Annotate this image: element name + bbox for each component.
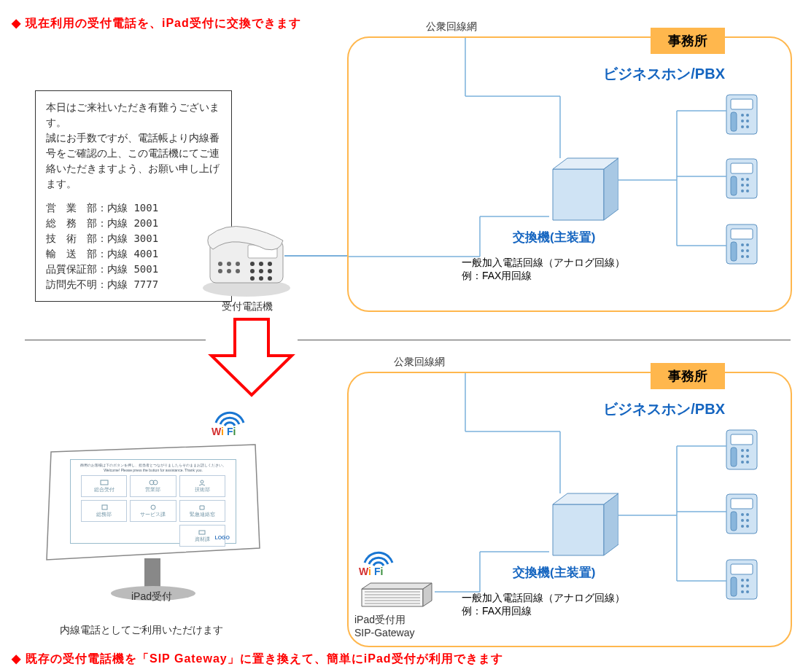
ipad-btn: サービス課	[130, 500, 176, 522]
svg-point-58	[236, 269, 240, 273]
svg-point-10	[741, 125, 744, 128]
svg-rect-115	[102, 505, 107, 509]
svg-point-50	[250, 276, 255, 281]
wifi-label-sip: Wi Fi	[359, 566, 383, 577]
svg-rect-5	[731, 112, 737, 131]
svg-point-114	[201, 480, 203, 483]
svg-point-16	[746, 178, 749, 181]
sip-gateway-icon	[356, 580, 436, 614]
ext-row: 訪問先不明：内線 7777	[46, 277, 221, 292]
svg-marker-101	[362, 583, 432, 589]
ipad-header-en: Welcome! Please press the button for ass…	[71, 468, 236, 472]
svg-point-75	[746, 513, 749, 516]
headline-top-text: 現在利用の受付電話を、iPad受付に交換できます	[26, 17, 301, 29]
pbx-icon	[546, 490, 611, 548]
ipad-header-jp: 御用のお客様は下のボタンを押し、担当者とつながりましたらそのままお話しください。	[74, 463, 233, 467]
pbx-icon	[546, 155, 611, 213]
diamond-icon: ◆	[12, 652, 21, 665]
svg-point-65	[741, 449, 744, 452]
public-line-label-bottom: 公衆回線網	[394, 356, 445, 369]
svg-point-67	[741, 455, 744, 458]
svg-point-45	[259, 262, 263, 266]
svg-point-17	[741, 184, 744, 187]
svg-point-77	[746, 519, 749, 522]
ipad-btn: 緊急連絡窓	[179, 500, 225, 522]
svg-marker-59	[553, 504, 604, 555]
svg-point-88	[746, 590, 749, 593]
reception-phone-icon	[195, 219, 298, 299]
svg-point-47	[250, 269, 255, 273]
svg-rect-63	[731, 434, 753, 445]
reception-phone-label: 受付電話機	[222, 300, 273, 313]
ipad-label: iPad受付	[86, 590, 217, 603]
wifi-label-ipad: Wi Fi	[212, 426, 236, 437]
ipad-btn: 総合受付	[81, 475, 127, 497]
svg-marker-61	[604, 493, 618, 555]
svg-marker-2	[604, 158, 618, 220]
phone-icon-1	[723, 92, 760, 136]
ext-row: 営 業 部：内線 1001	[46, 200, 221, 216]
svg-point-48	[259, 269, 263, 273]
svg-point-28	[741, 255, 744, 258]
svg-rect-22	[731, 229, 753, 239]
svg-point-53	[218, 262, 222, 266]
svg-point-68	[746, 455, 749, 458]
svg-point-69	[741, 461, 744, 464]
phone-icon-3	[723, 557, 760, 601]
office-tag: 事務所	[651, 28, 725, 54]
svg-rect-14	[731, 176, 737, 195]
svg-point-6	[741, 114, 744, 117]
svg-rect-4	[731, 99, 753, 109]
pbx-title: ビジネスホン/PBX	[603, 399, 725, 419]
svg-rect-72	[731, 499, 753, 509]
sip-label: iPad受付用 SIP-Gateway	[354, 614, 414, 638]
svg-point-52	[268, 276, 272, 281]
exchange-label-bottom: 交換機(主装置)	[513, 564, 595, 581]
svg-point-57	[227, 269, 231, 273]
svg-point-46	[268, 262, 272, 266]
sign-intro2: 誠にお手数ですが、電話帳より内線番号をご確認の上、この電話機にてご連絡いただきま…	[46, 130, 221, 192]
svg-point-76	[741, 519, 744, 522]
svg-marker-0	[553, 169, 604, 220]
sign-intro1: 本日はご来社いただき有難うございます。	[46, 100, 221, 130]
svg-point-19	[741, 190, 744, 192]
public-line-label-top: 公衆回線網	[426, 20, 477, 34]
analog-line-note-top: 一般加入電話回線（アナログ回線） 例：FAX用回線	[462, 257, 625, 283]
svg-point-86	[746, 585, 749, 587]
svg-point-11	[746, 125, 749, 128]
svg-point-49	[268, 269, 272, 273]
divider-left	[25, 340, 206, 340]
ipad-screen: 御用のお客様は下のボタンを押し、担当者とつながりましたらそのままお話しください。…	[70, 459, 236, 544]
svg-rect-111	[101, 480, 108, 485]
ext-row: 品質保証部：内線 5001	[46, 262, 221, 277]
svg-point-116	[151, 505, 155, 509]
svg-rect-73	[731, 512, 737, 531]
svg-rect-23	[731, 242, 737, 261]
exchange-label-top: 交換機(主装置)	[513, 229, 595, 246]
svg-point-79	[746, 525, 749, 528]
office-box-top: 事務所 ビジネスホン/PBX 交換機(主装置) 一般加入電話	[347, 36, 792, 312]
svg-point-70	[746, 461, 749, 464]
svg-point-78	[741, 525, 744, 528]
svg-rect-13	[731, 163, 753, 173]
ipad-btn: 営業部	[130, 475, 176, 497]
headline-bottom: ◆既存の受付電話機を「SIP Gateway」に置き換えて、簡単にiPad受付が…	[12, 652, 503, 667]
svg-rect-81	[731, 564, 753, 574]
headline-top: ◆現在利用の受付電話を、iPad受付に交換できます	[12, 16, 301, 31]
headline-bottom-text: 既存の受付電話機を「SIP Gateway」に置き換えて、簡単にiPad受付が利…	[26, 652, 503, 665]
ext-row: 技 術 部：内線 3001	[46, 231, 221, 246]
svg-point-84	[746, 579, 749, 582]
ext-row: 総 務 部：内線 2001	[46, 216, 221, 231]
phone-icon-3	[723, 222, 760, 265]
svg-rect-109	[144, 558, 160, 587]
svg-point-51	[259, 276, 263, 281]
diamond-icon: ◆	[12, 17, 21, 29]
svg-rect-64	[731, 448, 737, 466]
svg-rect-82	[731, 577, 737, 596]
pbx-title: ビジネスホン/PBX	[603, 64, 725, 84]
svg-point-25	[746, 243, 749, 246]
svg-point-83	[741, 579, 744, 582]
svg-point-44	[250, 262, 255, 266]
arrow-down-icon	[206, 313, 298, 403]
ipad-btn: 総務部	[81, 500, 127, 522]
